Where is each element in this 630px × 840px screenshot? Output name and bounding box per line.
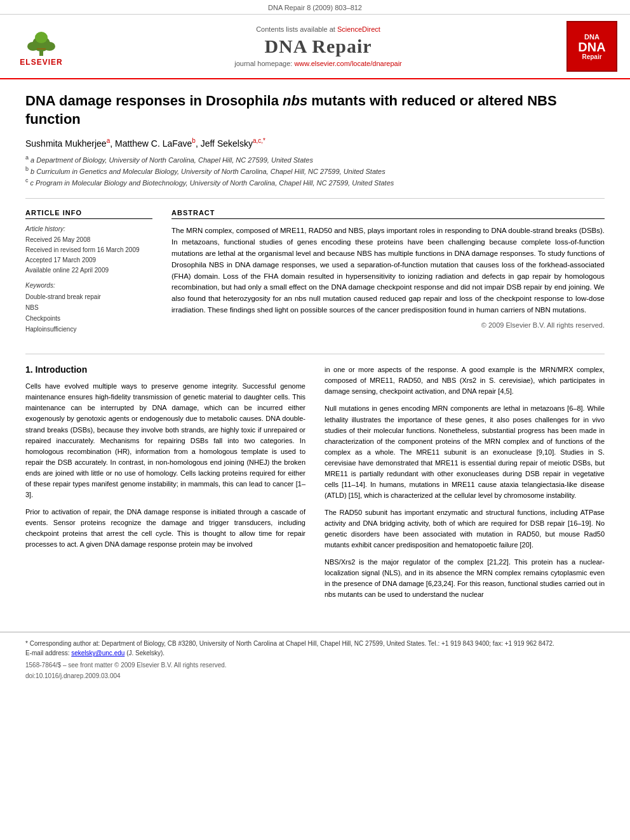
corresponding-note: * Corresponding author at: Department of… xyxy=(25,639,605,648)
right-para-1: in one or more aspects of the response. … xyxy=(325,364,605,397)
keywords-group: Keywords: Double-strand break repair NBS… xyxy=(25,282,152,335)
journal-url[interactable]: www.elsevier.com/locate/dnarepair xyxy=(294,60,401,67)
footer-area: * Corresponding author at: Department of… xyxy=(0,632,630,686)
authors: Sushmita Mukherjeea, Matthew C. LaFaveb,… xyxy=(25,137,605,149)
keywords-list: Double-strand break repair NBS Checkpoin… xyxy=(25,291,152,335)
svg-rect-5 xyxy=(37,48,46,50)
elsevier-tree-icon xyxy=(19,26,64,58)
history-group: Article history: Received 26 May 2008 Re… xyxy=(25,225,152,276)
article-info-heading: ARTICLE INFO xyxy=(25,209,152,219)
keyword-4: Haploinsufficiency xyxy=(25,324,152,335)
email-link[interactable]: sekelsky@unc.edu xyxy=(71,650,124,657)
body-section: 1. Introduction Cells have evolved multi… xyxy=(25,364,605,606)
keyword-2: NBS xyxy=(25,302,152,313)
keyword-1: Double-strand break repair xyxy=(25,291,152,302)
separator-2 xyxy=(25,354,605,354)
history-label: Article history: xyxy=(25,225,152,232)
elsevier-logo: ELSEVIER xyxy=(13,26,70,67)
dna-repair-logo: DNA DNA Repair xyxy=(566,21,617,72)
accepted-date: Accepted 17 March 2009 xyxy=(25,255,152,265)
intro-para-1: Cells have evolved multiple ways to pres… xyxy=(25,381,305,500)
dna-logo-sub: Repair xyxy=(582,53,601,60)
article-title: DNA damage responses in Drosophila nbs m… xyxy=(25,92,605,128)
dna-logo-top: DNA xyxy=(584,33,600,41)
issn-line: 1568-7864/$ – see front matter © 2009 El… xyxy=(25,662,605,669)
keywords-label: Keywords: xyxy=(25,282,152,289)
contents-link: Contents lists available at ScienceDirec… xyxy=(70,25,566,33)
copyright: © 2009 Elsevier B.V. All rights reserved… xyxy=(171,321,605,329)
online-date: Available online 22 April 2009 xyxy=(25,265,152,276)
intro-heading: 1. Introduction xyxy=(25,364,305,375)
right-para-3: The RAD50 subunit has important enzymati… xyxy=(325,507,605,550)
revised-date: Received in revised form 16 March 2009 xyxy=(25,245,152,255)
journal-citation-bar: DNA Repair 8 (2009) 803–812 xyxy=(0,0,630,15)
keyword-3: Checkpoints xyxy=(25,313,152,324)
elsevier-brand: ELSEVIER xyxy=(20,58,62,67)
article-info-abstract: ARTICLE INFO Article history: Received 2… xyxy=(25,209,605,341)
intro-para-2: Prior to activation of repair, the DNA d… xyxy=(25,507,305,550)
sciencedirect-link[interactable]: ScienceDirect xyxy=(337,25,380,33)
doi-line: doi:10.1016/j.dnarep.2009.03.004 xyxy=(25,672,605,679)
history-dates: Received 26 May 2008 Received in revised… xyxy=(25,235,152,276)
abstract-col: ABSTRACT The MRN complex, composed of MR… xyxy=(171,209,605,341)
journal-title: DNA Repair xyxy=(70,36,566,57)
email-note: E-mail address: sekelsky@unc.edu (J. Sek… xyxy=(25,648,605,658)
journal-header: ELSEVIER Contents lists available at Sci… xyxy=(0,15,630,79)
affiliations: a a Department of Biology, University of… xyxy=(25,154,605,188)
abstract-text: The MRN complex, composed of MRE11, RAD5… xyxy=(171,225,605,316)
body-left: 1. Introduction Cells have evolved multi… xyxy=(25,364,305,606)
dna-logo-main: DNA xyxy=(578,41,605,53)
affiliation-a: a a Department of Biology, University of… xyxy=(25,154,605,165)
page: DNA Repair 8 (2009) 803–812 ELSEVIER Con… xyxy=(0,0,630,686)
journal-citation: DNA Repair 8 (2009) 803–812 xyxy=(268,4,362,11)
affiliation-b: b b Curriculum in Genetics and Molecular… xyxy=(25,165,605,177)
right-para-2: Null mutations in genes encoding MRN com… xyxy=(325,403,605,500)
affiliation-c: c c Program in Molecular Biology and Bio… xyxy=(25,177,605,188)
journal-homepage: journal homepage: www.elsevier.com/locat… xyxy=(70,60,566,67)
separator xyxy=(25,198,605,199)
received-date: Received 26 May 2008 xyxy=(25,235,152,245)
svg-point-4 xyxy=(35,32,48,43)
article-info-col: ARTICLE INFO Article history: Received 2… xyxy=(25,209,152,341)
journal-center: Contents lists available at ScienceDirec… xyxy=(70,25,566,67)
right-para-4: NBS/Xrs2 is the major regulator of the c… xyxy=(325,557,605,600)
abstract-heading: ABSTRACT xyxy=(171,209,605,219)
main-content: DNA damage responses in Drosophila nbs m… xyxy=(0,79,630,619)
body-right: in one or more aspects of the response. … xyxy=(325,364,605,606)
